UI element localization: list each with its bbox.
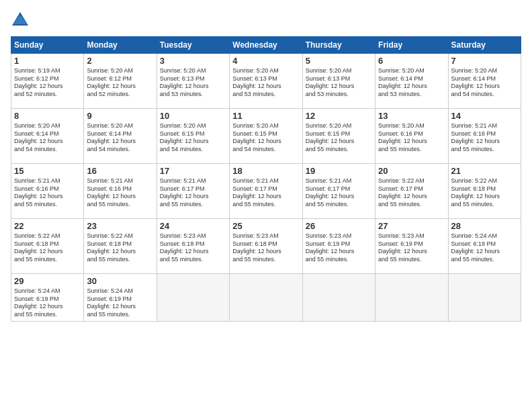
calendar-cell: 29Sunrise: 5:24 AMSunset: 6:19 PMDayligh… bbox=[11, 274, 84, 322]
day-number: 14 bbox=[451, 111, 518, 121]
day-number: 20 bbox=[378, 166, 445, 176]
calendar-cell: 23Sunrise: 5:22 AMSunset: 6:18 PMDayligh… bbox=[84, 219, 157, 274]
day-number: 13 bbox=[378, 111, 445, 121]
calendar-table: SundayMondayTuesdayWednesdayThursdayFrid… bbox=[11, 36, 521, 322]
calendar-cell: 13Sunrise: 5:20 AMSunset: 6:16 PMDayligh… bbox=[375, 109, 448, 164]
logo-icon bbox=[11, 11, 30, 30]
calendar-cell: 1Sunrise: 5:19 AMSunset: 6:12 PMDaylight… bbox=[11, 54, 84, 109]
day-number: 5 bbox=[306, 56, 372, 66]
calendar-cell: 9Sunrise: 5:20 AMSunset: 6:14 PMDaylight… bbox=[84, 109, 157, 164]
calendar-cell: 3Sunrise: 5:20 AMSunset: 6:13 PMDaylight… bbox=[157, 54, 229, 109]
svg-marker-1 bbox=[13, 15, 27, 24]
day-info: Sunrise: 5:20 AMSunset: 6:15 PMDaylight:… bbox=[160, 122, 226, 154]
calendar-cell: 4Sunrise: 5:20 AMSunset: 6:13 PMDaylight… bbox=[230, 54, 302, 109]
day-info: Sunrise: 5:23 AMSunset: 6:18 PMDaylight:… bbox=[232, 232, 299, 264]
calendar-cell bbox=[157, 274, 229, 322]
day-number: 11 bbox=[232, 111, 299, 121]
day-info: Sunrise: 5:20 AMSunset: 6:14 PMDaylight:… bbox=[451, 67, 518, 99]
day-number: 18 bbox=[232, 166, 299, 176]
day-info: Sunrise: 5:21 AMSunset: 6:16 PMDaylight:… bbox=[451, 122, 518, 154]
day-number: 15 bbox=[14, 166, 81, 176]
calendar-cell: 21Sunrise: 5:22 AMSunset: 6:18 PMDayligh… bbox=[448, 164, 521, 219]
day-info: Sunrise: 5:20 AMSunset: 6:14 PMDaylight:… bbox=[378, 67, 445, 99]
day-number: 6 bbox=[378, 56, 445, 66]
calendar-cell bbox=[448, 274, 521, 322]
day-info: Sunrise: 5:20 AMSunset: 6:12 PMDaylight:… bbox=[87, 67, 153, 99]
page: SundayMondayTuesdayWednesdayThursdayFrid… bbox=[0, 0, 532, 411]
calendar-cell: 5Sunrise: 5:20 AMSunset: 6:13 PMDaylight… bbox=[302, 54, 375, 109]
calendar-cell: 18Sunrise: 5:21 AMSunset: 6:17 PMDayligh… bbox=[230, 164, 302, 219]
day-number: 24 bbox=[160, 221, 226, 231]
day-info: Sunrise: 5:24 AMSunset: 6:19 PMDaylight:… bbox=[14, 287, 81, 319]
calendar-cell: 17Sunrise: 5:21 AMSunset: 6:17 PMDayligh… bbox=[157, 164, 229, 219]
calendar-cell: 20Sunrise: 5:22 AMSunset: 6:17 PMDayligh… bbox=[375, 164, 448, 219]
calendar-cell: 24Sunrise: 5:23 AMSunset: 6:18 PMDayligh… bbox=[157, 219, 229, 274]
col-header-wednesday: Wednesday bbox=[230, 37, 302, 54]
day-info: Sunrise: 5:19 AMSunset: 6:12 PMDaylight:… bbox=[14, 67, 81, 99]
calendar-cell: 8Sunrise: 5:20 AMSunset: 6:14 PMDaylight… bbox=[11, 109, 84, 164]
calendar-cell: 22Sunrise: 5:22 AMSunset: 6:18 PMDayligh… bbox=[11, 219, 84, 274]
calendar-week-row: 29Sunrise: 5:24 AMSunset: 6:19 PMDayligh… bbox=[11, 274, 521, 322]
day-number: 29 bbox=[14, 276, 81, 286]
calendar-cell bbox=[375, 274, 448, 322]
day-info: Sunrise: 5:20 AMSunset: 6:13 PMDaylight:… bbox=[306, 67, 372, 99]
day-info: Sunrise: 5:20 AMSunset: 6:13 PMDaylight:… bbox=[160, 67, 226, 99]
day-info: Sunrise: 5:20 AMSunset: 6:15 PMDaylight:… bbox=[306, 122, 372, 154]
day-number: 17 bbox=[160, 166, 226, 176]
header bbox=[11, 11, 521, 30]
col-header-thursday: Thursday bbox=[302, 37, 375, 54]
col-header-monday: Monday bbox=[84, 37, 157, 54]
calendar-cell bbox=[230, 274, 302, 322]
day-info: Sunrise: 5:24 AMSunset: 6:19 PMDaylight:… bbox=[451, 232, 518, 264]
day-number: 26 bbox=[306, 221, 372, 231]
day-number: 23 bbox=[87, 221, 153, 231]
day-number: 30 bbox=[87, 276, 153, 286]
day-info: Sunrise: 5:22 AMSunset: 6:17 PMDaylight:… bbox=[378, 177, 445, 209]
day-info: Sunrise: 5:21 AMSunset: 6:17 PMDaylight:… bbox=[306, 177, 372, 209]
day-number: 25 bbox=[232, 221, 299, 231]
calendar-week-row: 8Sunrise: 5:20 AMSunset: 6:14 PMDaylight… bbox=[11, 109, 521, 164]
calendar-cell: 30Sunrise: 5:24 AMSunset: 6:19 PMDayligh… bbox=[84, 274, 157, 322]
calendar-cell: 14Sunrise: 5:21 AMSunset: 6:16 PMDayligh… bbox=[448, 109, 521, 164]
calendar-cell: 12Sunrise: 5:20 AMSunset: 6:15 PMDayligh… bbox=[302, 109, 375, 164]
calendar-cell: 6Sunrise: 5:20 AMSunset: 6:14 PMDaylight… bbox=[375, 54, 448, 109]
day-info: Sunrise: 5:20 AMSunset: 6:14 PMDaylight:… bbox=[14, 122, 81, 154]
day-info: Sunrise: 5:21 AMSunset: 6:17 PMDaylight:… bbox=[160, 177, 226, 209]
day-info: Sunrise: 5:20 AMSunset: 6:14 PMDaylight:… bbox=[87, 122, 153, 154]
day-info: Sunrise: 5:20 AMSunset: 6:16 PMDaylight:… bbox=[378, 122, 445, 154]
day-info: Sunrise: 5:24 AMSunset: 6:19 PMDaylight:… bbox=[87, 287, 153, 319]
calendar-cell: 16Sunrise: 5:21 AMSunset: 6:16 PMDayligh… bbox=[84, 164, 157, 219]
day-number: 16 bbox=[87, 166, 153, 176]
calendar-week-row: 22Sunrise: 5:22 AMSunset: 6:18 PMDayligh… bbox=[11, 219, 521, 274]
calendar-week-row: 1Sunrise: 5:19 AMSunset: 6:12 PMDaylight… bbox=[11, 54, 521, 109]
calendar-cell: 19Sunrise: 5:21 AMSunset: 6:17 PMDayligh… bbox=[302, 164, 375, 219]
day-number: 27 bbox=[378, 221, 445, 231]
day-number: 2 bbox=[87, 56, 153, 66]
calendar-cell: 2Sunrise: 5:20 AMSunset: 6:12 PMDaylight… bbox=[84, 54, 157, 109]
calendar-cell: 15Sunrise: 5:21 AMSunset: 6:16 PMDayligh… bbox=[11, 164, 84, 219]
day-number: 28 bbox=[451, 221, 518, 231]
day-info: Sunrise: 5:20 AMSunset: 6:15 PMDaylight:… bbox=[232, 122, 299, 154]
day-number: 4 bbox=[232, 56, 299, 66]
day-number: 10 bbox=[160, 111, 226, 121]
col-header-friday: Friday bbox=[375, 37, 448, 54]
calendar-cell: 26Sunrise: 5:23 AMSunset: 6:19 PMDayligh… bbox=[302, 219, 375, 274]
day-number: 7 bbox=[451, 56, 518, 66]
calendar-cell: 11Sunrise: 5:20 AMSunset: 6:15 PMDayligh… bbox=[230, 109, 302, 164]
logo bbox=[11, 11, 32, 30]
calendar-cell: 27Sunrise: 5:23 AMSunset: 6:19 PMDayligh… bbox=[375, 219, 448, 274]
day-info: Sunrise: 5:21 AMSunset: 6:17 PMDaylight:… bbox=[232, 177, 299, 209]
col-header-tuesday: Tuesday bbox=[157, 37, 229, 54]
day-info: Sunrise: 5:21 AMSunset: 6:16 PMDaylight:… bbox=[87, 177, 153, 209]
day-info: Sunrise: 5:23 AMSunset: 6:19 PMDaylight:… bbox=[306, 232, 372, 264]
col-header-saturday: Saturday bbox=[448, 37, 521, 54]
col-header-sunday: Sunday bbox=[11, 37, 84, 54]
day-info: Sunrise: 5:22 AMSunset: 6:18 PMDaylight:… bbox=[87, 232, 153, 264]
day-number: 21 bbox=[451, 166, 518, 176]
day-info: Sunrise: 5:23 AMSunset: 6:19 PMDaylight:… bbox=[378, 232, 445, 264]
calendar-cell: 7Sunrise: 5:20 AMSunset: 6:14 PMDaylight… bbox=[448, 54, 521, 109]
day-number: 1 bbox=[14, 56, 81, 66]
day-number: 19 bbox=[306, 166, 372, 176]
day-number: 22 bbox=[14, 221, 81, 231]
day-number: 12 bbox=[306, 111, 372, 121]
